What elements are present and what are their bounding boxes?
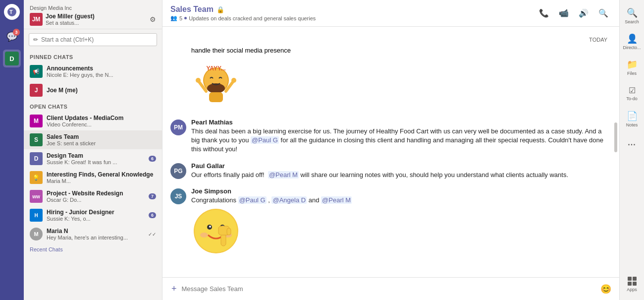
chat-name: Client Updates - MediaCom <box>47 115 156 121</box>
right-icon-apps[interactable]: Apps <box>623 272 641 296</box>
open-chats-label: OPEN CHATS <box>24 100 162 112</box>
unread-badge: 7 <box>149 193 156 199</box>
chat-avatar: H <box>30 209 43 222</box>
more-icon: ··· <box>628 140 636 149</box>
nav-icon-avatar[interactable]: D <box>3 50 21 67</box>
settings-icon[interactable]: ⚙ <box>150 15 156 23</box>
attach-button[interactable]: + <box>170 283 178 295</box>
chat-avatar: D <box>30 152 43 165</box>
pinned-chat-announcements[interactable]: 📢 Announcements Nicole E: Hey guys, the … <box>24 62 162 81</box>
company-name: Design Media Inc <box>30 5 156 11</box>
sidebar: Design Media Inc JM Joe Miller (guest) S… <box>24 0 162 300</box>
message-sender: Joe Simpson <box>191 187 611 195</box>
open-chat-interesting[interactable]: 💡 Interesting Finds, General Knowledge M… <box>24 168 162 187</box>
open-chat-sales-team[interactable]: S Sales Team Joe S: sent a sticker <box>24 130 162 149</box>
svg-rect-19 <box>221 234 226 246</box>
message-content-joe: Joe Simpson Congratulations @Paul G , @A… <box>191 187 611 257</box>
apps-icon <box>627 276 637 286</box>
message-avatar-pearl: PM <box>170 120 186 135</box>
right-icon-todo[interactable]: ☑ To-do <box>623 81 641 105</box>
right-panel: 🔍 Search 👤 Directo... 📁 Files ☑ To-do 📄 … <box>619 0 644 300</box>
video-call-button[interactable]: 📹 <box>556 5 572 21</box>
right-icon-directory[interactable]: 👤 Directo... <box>623 30 641 54</box>
svg-rect-21 <box>227 228 231 235</box>
voice-call-button[interactable]: 📞 <box>536 5 552 21</box>
chat-avatar: S <box>30 133 43 146</box>
sticker-yay-svg: YAYY... <box>191 61 241 111</box>
unread-badge: 6 <box>149 212 156 218</box>
chat-info: Announcements Nicole E: Hey guys, the N.… <box>47 65 156 78</box>
scroll-indicator <box>614 122 617 152</box>
recent-chats-link[interactable]: Recent Chats <box>24 243 162 255</box>
message-content-paul: Paul Gallar Our efforts finally paid off… <box>191 162 611 180</box>
message-sender: Pearl Mathias <box>191 119 611 126</box>
chat-name: Interesting Finds, General Knowledge <box>47 171 156 178</box>
chat-title: Sales Team <box>170 5 214 14</box>
chat-avatar: J <box>30 84 43 97</box>
chat-avatar: 💡 <box>30 171 43 184</box>
chat-preview: Hey Maria, here's an interesting... <box>47 235 144 240</box>
message-body: handle their social media presence <box>191 47 291 54</box>
pinned-chat-joe[interactable]: J Joe M (me) <box>24 81 162 100</box>
open-chat-website-redesign[interactable]: ww Project - Website Redesign Oscar G: D… <box>24 187 162 206</box>
open-chat-maria[interactable]: M Maria N Hey Maria, here's an interesti… <box>24 225 162 243</box>
user-status: Set a status... <box>46 20 95 26</box>
message-input-area: + 😊 <box>162 277 619 300</box>
message-content-pearl: Pearl Mathias This deal has been a big l… <box>191 119 611 154</box>
pinned-chats-label: PINNED CHATS <box>24 50 162 62</box>
open-chat-medacom[interactable]: M Client Updates - MediaCom Video Confer… <box>24 112 162 130</box>
open-chat-design-team[interactable]: D Design Team Sussie K: Great! It was fu… <box>24 149 162 168</box>
chat-name: Announcements <box>47 65 156 72</box>
mention: @Pearl M <box>321 196 352 204</box>
main-chat: Sales Team 🔒 👥 5 Updates on deals cracke… <box>162 0 619 300</box>
right-icon-notes[interactable]: 📄 Notes <box>623 107 641 131</box>
user-row: JM Joe Miller (guest) Set a status... ⚙ <box>30 13 156 26</box>
mention: @Angela D <box>271 196 307 204</box>
todo-icon: ☑ <box>629 86 636 95</box>
right-icon-files[interactable]: 📁 Files <box>623 56 641 79</box>
search-bar[interactable]: ✏ <box>29 33 157 46</box>
chat-name: Project - Website Redesign <box>47 190 145 197</box>
chat-avatar: M <box>30 115 43 127</box>
svg-rect-10 <box>209 92 223 102</box>
chat-preview: Nicole E: Hey guys, the N... <box>47 72 156 78</box>
open-chat-hiring[interactable]: H Hiring - Junior Designer Sussie K: Yes… <box>24 206 162 225</box>
svg-rect-23 <box>633 277 637 281</box>
user-avatar: JM <box>30 13 43 26</box>
sticker-yay-container: YAYY... <box>170 64 611 119</box>
chat-name: Design Team <box>47 152 145 159</box>
screen-share-button[interactable]: 🔊 <box>576 5 591 21</box>
emoji-button[interactable]: 😊 <box>600 284 611 295</box>
user-name: Joe Miller (guest) <box>46 13 95 20</box>
search-chat-button[interactable]: 🔍 <box>595 5 611 21</box>
directory-icon: 👤 <box>627 33 638 44</box>
icon-label: Files <box>627 71 637 76</box>
search-icon: 🔍 <box>627 7 638 18</box>
right-icon-more[interactable]: ··· <box>623 133 641 157</box>
svg-text:YAYY...: YAYY... <box>206 65 225 72</box>
message-text-only: handle their social media presence <box>170 47 611 60</box>
icon-label: Directo... <box>623 45 641 50</box>
search-icon: ✏ <box>33 36 38 43</box>
mention: @Pearl M <box>268 171 299 179</box>
message-text: This deal has been a big learning exerci… <box>191 127 611 154</box>
files-icon: 📁 <box>627 59 638 70</box>
date-divider: TODAY <box>170 37 611 43</box>
message-input[interactable] <box>182 285 596 293</box>
search-input[interactable] <box>41 36 153 43</box>
chat-name: Maria N <box>47 228 144 235</box>
mention: @Paul G <box>251 136 279 144</box>
svg-point-15 <box>209 226 211 228</box>
sidebar-header: Design Media Inc JM Joe Miller (guest) S… <box>24 0 162 29</box>
chat-title-row: Sales Team 🔒 <box>170 5 316 14</box>
user-details: Joe Miller (guest) Set a status... <box>46 13 95 26</box>
messages-area[interactable]: TODAY handle their social media presence <box>162 27 619 277</box>
right-icon-search[interactable]: 🔍 Search <box>623 4 641 28</box>
chat-info: Hiring - Junior Designer Sussie K: Yes, … <box>47 209 145 222</box>
nav-icon-chat[interactable]: 💬 3 <box>3 28 21 46</box>
chat-info: Project - Website Redesign Oscar G: Do..… <box>47 190 145 203</box>
chat-info: Client Updates - MediaCom Video Conferen… <box>47 115 156 127</box>
chat-avatar: 📢 <box>30 65 43 78</box>
sticker-yay: YAYY... <box>191 64 241 109</box>
message-avatar-paul: PG <box>170 163 186 179</box>
